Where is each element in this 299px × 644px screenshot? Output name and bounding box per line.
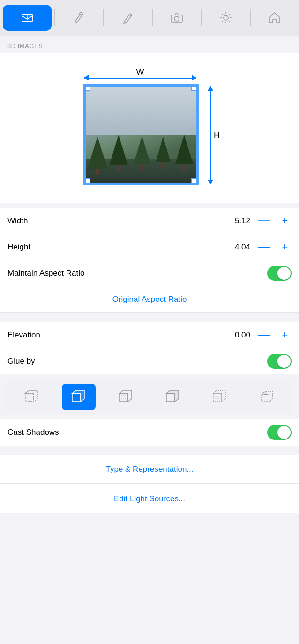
image-scene [86, 87, 196, 183]
tree-2 [112, 135, 126, 172]
height-value: 4.04 [235, 242, 250, 252]
toolbar-camera[interactable] [153, 5, 202, 31]
tree-1 [90, 137, 105, 174]
links-section: Type & Representation... Edit Light Sour… [0, 455, 299, 513]
width-value: 5.12 [235, 216, 250, 226]
w-arrow-line [84, 78, 196, 79]
toolbar-home[interactable] [251, 5, 299, 31]
divider-2 [0, 446, 299, 450]
glue-knob [277, 355, 291, 368]
height-decrement-button[interactable]: — [258, 241, 271, 254]
sky-background [86, 87, 196, 135]
cast-shadows-row: Cast Shadows [0, 419, 299, 446]
image-diagram: W [75, 67, 224, 189]
pencil-icon [120, 9, 136, 26]
glue-label: Glue by [7, 357, 267, 366]
cast-shadows-knob [277, 426, 291, 439]
h-arrow: H [206, 86, 220, 184]
svg-line-9 [222, 14, 223, 15]
svg-rect-19 [166, 393, 175, 402]
elevation-value: 0.00 [235, 330, 250, 340]
maintain-aspect-toggle[interactable] [267, 266, 292, 281]
type-representation-section: Type & Representation... [0, 455, 299, 484]
svg-rect-15 [120, 393, 128, 402]
toolbar-brush[interactable] [55, 5, 104, 31]
svg-line-12 [222, 21, 223, 22]
height-increment-button[interactable]: + [278, 241, 292, 254]
h-arrow-line [210, 86, 211, 184]
cube-type-5[interactable] [203, 384, 237, 410]
section-label: 3D IMAGES [0, 36, 299, 53]
height-stepper: — + [258, 241, 292, 254]
maintain-aspect-label: Maintain Aspect Ratio [7, 269, 267, 278]
svg-point-3 [174, 16, 179, 21]
tree-5 [177, 135, 191, 172]
3d-images-icon [19, 9, 36, 26]
image-preview-area: W [0, 53, 299, 203]
elevation-stepper: — + [258, 329, 292, 342]
height-label: Height [7, 242, 235, 252]
svg-line-10 [229, 21, 230, 22]
width-decrement-button[interactable]: — [258, 214, 271, 227]
handle-tl[interactable] [85, 86, 90, 91]
svg-rect-13 [25, 393, 34, 402]
toolbar-3d-images[interactable] [3, 5, 52, 31]
glue-row: Glue by [0, 348, 299, 374]
handle-tr[interactable] [191, 86, 197, 91]
width-label: Width [7, 216, 235, 226]
elevation-section: Elevation 0.00 — + Glue by [0, 322, 299, 374]
glue-toggle[interactable] [267, 354, 292, 369]
height-row: Height 4.04 — + [0, 234, 299, 260]
toolbar-pencil[interactable] [104, 5, 152, 31]
width-row: Width 5.12 — + [0, 208, 299, 234]
divider-1 [0, 313, 299, 317]
svg-point-4 [224, 15, 228, 20]
elevation-increment-button[interactable]: + [278, 329, 292, 342]
toolbar [0, 0, 299, 36]
cube-type-1[interactable] [15, 384, 49, 410]
elevation-label: Elevation [7, 330, 235, 340]
cube-selector [6, 380, 293, 414]
handle-bl[interactable] [85, 178, 90, 183]
svg-rect-25 [262, 394, 269, 402]
home-icon [266, 9, 283, 26]
maintain-aspect-knob [277, 267, 291, 280]
width-increment-button[interactable]: + [278, 214, 292, 227]
w-arrow-right [192, 75, 196, 80]
h-label: H [214, 131, 220, 140]
svg-rect-21 [213, 393, 222, 402]
dimensions-section: Width 5.12 — + Height 4.04 — + Maintain … [0, 208, 299, 286]
cast-shadows-section: Cast Shadows [0, 419, 299, 446]
camera-icon [168, 9, 185, 26]
tree-3 [135, 136, 149, 173]
w-label: W [136, 67, 144, 77]
original-aspect-ratio-section: Original Aspect Ratio [0, 286, 299, 313]
cube-type-6[interactable] [250, 384, 284, 410]
h-arrow-bottom [208, 180, 213, 184]
original-aspect-ratio-button[interactable]: Original Aspect Ratio [112, 295, 187, 304]
edit-light-sources-section: Edit Light Sources... [0, 484, 299, 513]
svg-rect-14 [72, 393, 81, 402]
width-stepper: — + [258, 214, 292, 227]
toolbar-brightness[interactable] [202, 5, 250, 31]
w-arrow: W [84, 67, 196, 81]
type-representation-button[interactable]: Type & Representation... [105, 465, 193, 474]
svg-line-11 [229, 14, 230, 15]
h-arrow-top [208, 86, 213, 91]
maintain-aspect-row: Maintain Aspect Ratio [0, 260, 299, 286]
brush-icon [70, 9, 87, 26]
cast-shadows-toggle[interactable] [267, 425, 292, 440]
brightness-icon [217, 9, 234, 26]
elevation-row: Elevation 0.00 — + [0, 322, 299, 348]
w-arrow-left [84, 75, 89, 80]
elevation-decrement-button[interactable]: — [258, 329, 271, 342]
cube-type-3[interactable] [109, 384, 143, 410]
cube-type-2[interactable] [62, 384, 96, 410]
edit-light-sources-button[interactable]: Edit Light Sources... [114, 494, 185, 504]
cast-shadows-label: Cast Shadows [7, 428, 267, 437]
handle-br[interactable] [191, 178, 197, 183]
cube-type-4[interactable] [156, 384, 190, 410]
tree-4 [156, 137, 170, 174]
image-box [83, 84, 199, 185]
